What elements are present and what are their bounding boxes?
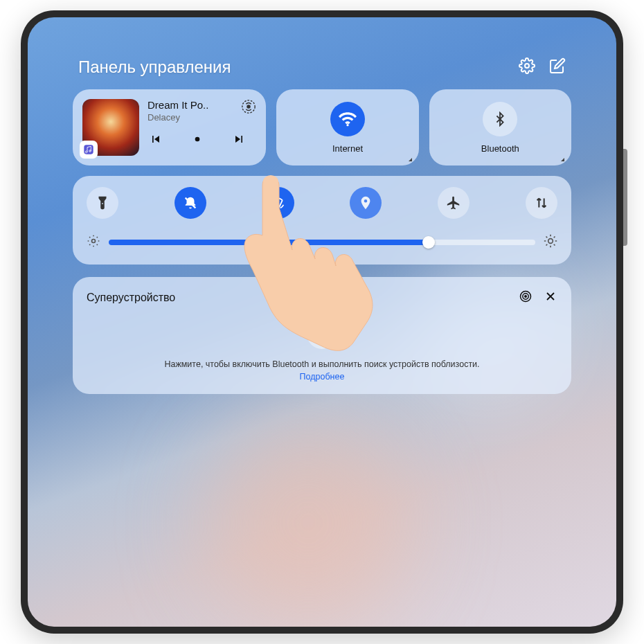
data-swap-toggle[interactable]	[526, 187, 557, 219]
previous-track-icon[interactable]	[149, 132, 163, 149]
svg-point-12	[317, 329, 325, 337]
wifi-icon	[330, 102, 365, 136]
radar-icon[interactable]	[519, 289, 533, 306]
brightness-low-icon	[87, 234, 100, 251]
expand-caret-icon	[409, 158, 412, 161]
expand-caret-icon	[561, 158, 564, 161]
album-artwork	[82, 99, 139, 156]
learn-more-link[interactable]: Подробнее	[300, 372, 345, 382]
track-title: Dream It Po..	[147, 99, 256, 111]
slider-thumb[interactable]	[422, 236, 435, 249]
brightness-high-icon	[544, 234, 557, 251]
svg-rect-1	[84, 145, 93, 154]
settings-icon[interactable]	[519, 57, 535, 77]
svg-point-11	[525, 296, 527, 298]
internet-label: Internet	[332, 143, 363, 154]
auto-rotate-toggle[interactable]	[262, 187, 294, 219]
music-app-icon	[80, 141, 98, 159]
bluetooth-icon	[483, 102, 517, 136]
control-panel: Панель управления	[73, 57, 571, 394]
svg-point-0	[525, 64, 529, 68]
quick-toggles-card	[73, 176, 571, 265]
close-icon[interactable]	[544, 289, 557, 306]
next-track-icon[interactable]	[232, 132, 246, 149]
search-devices-button[interactable]	[307, 319, 337, 349]
music-player-card[interactable]: Dream It Po.. Delacey	[73, 89, 266, 166]
track-artist: Delacey	[147, 112, 256, 123]
edit-icon[interactable]	[549, 57, 566, 77]
location-toggle[interactable]	[350, 187, 382, 219]
brightness-slider[interactable]	[87, 234, 557, 251]
panel-title: Панель управления	[78, 57, 231, 77]
mute-toggle[interactable]	[175, 187, 206, 219]
internet-tile[interactable]: Internet	[276, 89, 418, 166]
bluetooth-label: Bluetooth	[481, 143, 519, 154]
tablet-frame: Панель управления	[21, 10, 623, 634]
svg-rect-6	[274, 198, 283, 208]
svg-point-8	[548, 239, 553, 244]
slider-track[interactable]	[109, 240, 535, 245]
svg-point-7	[92, 240, 96, 243]
svg-point-4	[247, 105, 251, 109]
bluetooth-tile[interactable]: Bluetooth	[429, 89, 571, 166]
flashlight-toggle[interactable]	[87, 187, 118, 219]
svg-point-2	[195, 137, 200, 142]
panel-header: Панель управления	[73, 57, 571, 77]
play-pause-icon[interactable]	[190, 132, 204, 149]
superdevice-card: Суперустройство Нажмите, чтобы включить …	[73, 277, 571, 394]
superdevice-prompt: Нажмите, чтобы включить Bluetooth и выпо…	[87, 359, 557, 383]
screen: Панель управления	[28, 17, 616, 627]
airplane-mode-toggle[interactable]	[438, 187, 469, 219]
superdevice-title: Суперустройство	[87, 292, 175, 304]
cast-audio-icon[interactable]	[241, 99, 256, 114]
slider-fill	[109, 240, 429, 245]
